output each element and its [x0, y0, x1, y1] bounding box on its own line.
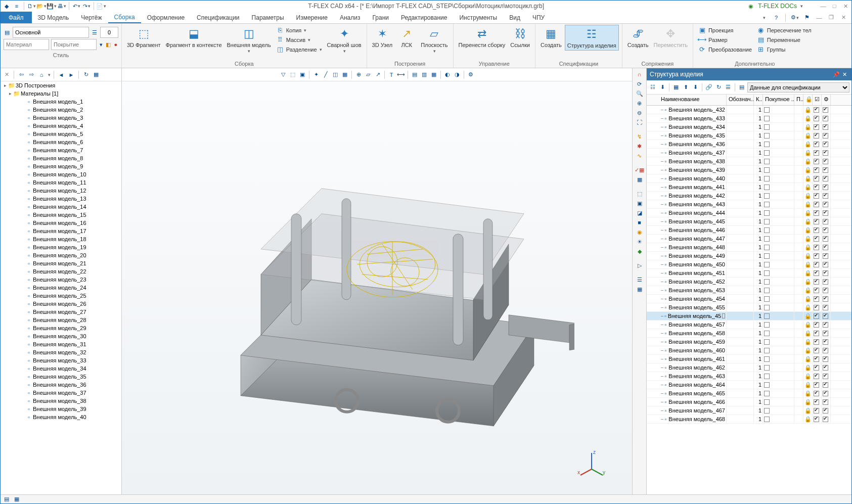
- sb-layout1-icon[interactable]: ▤: [3, 495, 11, 503]
- tab-Чертёж[interactable]: Чертёж: [75, 12, 108, 23]
- grid-row[interactable]: –▫Внешняя модель_4491🔒: [647, 252, 851, 260]
- tree-row[interactable]: ▫ Внешняя модель_25: [1, 292, 121, 300]
- rt-mark-icon[interactable]: ✱: [636, 142, 644, 150]
- tree-row[interactable]: ▫ Внешняя модель_27: [1, 308, 121, 316]
- help-dropdown-icon[interactable]: ▾: [760, 14, 768, 22]
- grid-row[interactable]: –▫Внешняя модель_4621🔒: [647, 363, 851, 372]
- style-sphere-icon[interactable]: ●: [113, 40, 118, 49]
- tab-Параметры[interactable]: Параметры: [246, 12, 290, 23]
- tree-row[interactable]: ▫ Внешняя модель_23: [1, 276, 121, 284]
- grid-row[interactable]: –▫Внешняя модель_4371🔒: [647, 149, 851, 157]
- tree-row[interactable]: ▫ Внешняя модель_40: [1, 413, 121, 421]
- tree-home-icon[interactable]: ⌂: [37, 71, 46, 79]
- tree-fwd-icon[interactable]: ⇨: [27, 71, 35, 79]
- vt-face-icon[interactable]: ◫: [331, 71, 339, 79]
- vt-solid-icon[interactable]: ▦: [341, 71, 349, 79]
- vt-edge-icon[interactable]: ╱: [322, 71, 330, 79]
- rpt-up-icon[interactable]: ⬆: [682, 83, 690, 91]
- axis-gizmo[interactable]: z x y: [576, 449, 607, 479]
- coating-input[interactable]: [51, 39, 97, 50]
- rpt-filter-icon[interactable]: ▤: [738, 83, 746, 91]
- rpt-tree-icon[interactable]: ☷: [649, 83, 657, 91]
- btn-intersect[interactable]: ◉Пересечение тел: [755, 26, 814, 35]
- tree-refresh-icon[interactable]: ↻: [82, 71, 90, 79]
- vt-point-icon[interactable]: ✦: [312, 71, 320, 79]
- tree-row[interactable]: ▫ Внешняя модель_38: [1, 397, 121, 405]
- rt-axis-icon[interactable]: ↯: [636, 132, 644, 141]
- rpt-list-icon[interactable]: ☰: [724, 83, 732, 91]
- btn-projection[interactable]: ▣Проекция: [696, 26, 754, 35]
- btn-mate-create[interactable]: 🖇Создать: [625, 25, 651, 50]
- tree-row[interactable]: ▫ Внешняя модель_10: [1, 170, 121, 178]
- grid-row[interactable]: –▫Внешняя модель_4501🔒: [647, 260, 851, 269]
- tree-row[interactable]: ▫ Внешняя модель_16: [1, 219, 121, 227]
- tree-row[interactable]: ▫ Внешняя модель_4: [1, 122, 121, 130]
- rt-zoomin-icon[interactable]: ⊕: [636, 99, 644, 107]
- rt-box-icon[interactable]: ▦: [636, 175, 644, 184]
- grid-row[interactable]: –▫Внешняя модель_451🔒: [647, 312, 851, 320]
- tree-row[interactable]: ▫ Внешняя модель_8: [1, 154, 121, 162]
- grid-row[interactable]: –▫Внешняя модель_4331🔒: [647, 114, 851, 123]
- btn-move-assembly[interactable]: ⇄Перенести сборку: [457, 25, 508, 50]
- print-icon[interactable]: 🖶▾: [58, 2, 66, 10]
- rpt-dn-icon[interactable]: ⬇: [691, 83, 699, 91]
- grid-row[interactable]: –▫Внешняя модель_4361🔒: [647, 140, 851, 149]
- grid-row[interactable]: –▫Внешняя модель_4641🔒: [647, 381, 851, 389]
- rt-hidden-icon[interactable]: ◪: [636, 209, 644, 217]
- grid-row[interactable]: –▫Внешняя модель_4461🔒: [647, 226, 851, 235]
- grid-row[interactable]: –▫Внешняя модель_4391🔒: [647, 166, 851, 174]
- tree-row[interactable]: ▫ Внешняя модель_7: [1, 146, 121, 154]
- tab-3D Модель[interactable]: 3D Модель: [32, 12, 75, 23]
- style-extra-icon[interactable]: ▾: [99, 40, 104, 49]
- btn-split[interactable]: ◫Разделение▾: [274, 45, 324, 54]
- grid-row[interactable]: –▫Внешняя модель_4471🔒: [647, 235, 851, 243]
- tree-row[interactable]: ▸📁 3D Построения: [1, 81, 121, 89]
- grid-row[interactable]: –▫Внешняя модель_4451🔒: [647, 217, 851, 226]
- tree-row[interactable]: ▫ Внешняя модель_18: [1, 235, 121, 243]
- btn-weld[interactable]: ✦Сварной шов▾: [325, 25, 364, 55]
- spec-data-combo[interactable]: Данные для спецификации: [747, 82, 849, 93]
- tree-row[interactable]: ▫ Внешняя модель_12: [1, 187, 121, 195]
- grid-row[interactable]: –▫Внешняя модель_4631🔒: [647, 372, 851, 381]
- style-color-icon[interactable]: ◧: [106, 40, 111, 49]
- open-file-icon[interactable]: 📂▾: [37, 2, 46, 10]
- docs-icon[interactable]: ◉: [747, 2, 755, 10]
- tree-row[interactable]: ▫ Внешняя модель_1: [1, 98, 121, 106]
- rt-magnet-icon[interactable]: ∩: [636, 70, 644, 78]
- grid-row[interactable]: –▫Внешняя модель_4321🔒: [647, 106, 851, 114]
- grid-row[interactable]: –▫Внешняя модель_4421🔒: [647, 192, 851, 200]
- tree-row[interactable]: ▫ Внешняя модель_5: [1, 130, 121, 138]
- hdr-k[interactable]: К...: [754, 95, 763, 105]
- pin-icon[interactable]: 📌: [832, 70, 840, 78]
- tree-row[interactable]: ▫ Внешняя модель_14: [1, 203, 121, 211]
- tree-row[interactable]: ▫ Внешняя модель_28: [1, 316, 121, 324]
- model-tree[interactable]: ▸📁 3D Построения▸📁 Материалы [1]▫ Внешня…: [1, 81, 121, 494]
- vt-view2-icon[interactable]: ▥: [420, 71, 428, 79]
- btn-spec-create[interactable]: ▦Создать: [539, 25, 564, 50]
- menu-icon[interactable]: ≡: [13, 2, 21, 10]
- tree-prev-icon[interactable]: ◄: [57, 71, 65, 79]
- tab-Спецификации[interactable]: Спецификации: [191, 12, 245, 23]
- tree-row[interactable]: ▫ Внешняя модель_39: [1, 405, 121, 413]
- tree-row[interactable]: ▫ Внешняя модель_30: [1, 332, 121, 340]
- tree-row[interactable]: ▫ Внешняя модель_31: [1, 340, 121, 348]
- undo-icon[interactable]: ↶▾: [72, 2, 80, 10]
- grid-row[interactable]: –▫Внешняя модель_4341🔒: [647, 123, 851, 131]
- btn-plane[interactable]: ▱Плоскость▾: [419, 25, 450, 55]
- win-close-icon[interactable]: ✕: [839, 14, 847, 22]
- grid-row[interactable]: –▫Внешняя модель_4571🔒: [647, 320, 851, 329]
- rt-zoom-icon[interactable]: 🔍: [636, 89, 644, 98]
- rpt-link-icon[interactable]: 🔗: [705, 83, 713, 91]
- tree-row[interactable]: ▫ Внешняя модель_37: [1, 389, 121, 397]
- tree-row[interactable]: ▫ Внешняя модель_33: [1, 356, 121, 364]
- tree-row[interactable]: ▫ Внешняя модель_22: [1, 267, 121, 276]
- btn-mate-move[interactable]: ✥Переместить: [652, 25, 690, 50]
- grid-row[interactable]: –▫Внешняя модель_4401🔒: [647, 174, 851, 183]
- grid-row[interactable]: –▫Внешняя модель_4441🔒: [647, 209, 851, 217]
- vt-axis-icon[interactable]: ⊕: [354, 71, 363, 79]
- grid-row[interactable]: –▫Внешняя модель_4591🔒: [647, 338, 851, 346]
- tree-row[interactable]: ▫ Внешняя модель_21: [1, 259, 121, 267]
- hdr-name[interactable]: Наименование: [647, 95, 727, 105]
- rt-light-icon[interactable]: ☀: [636, 238, 644, 246]
- grid-row[interactable]: –▫Внешняя модель_4551🔒: [647, 303, 851, 312]
